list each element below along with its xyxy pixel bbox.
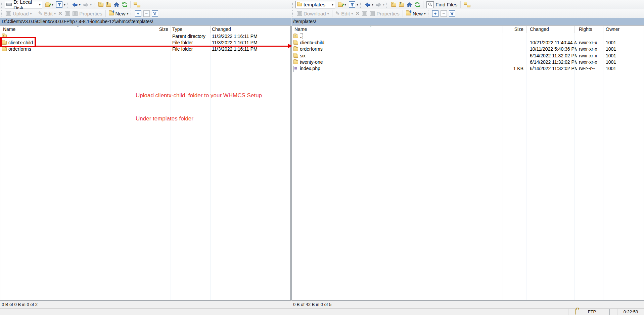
open-directory-button[interactable]: ↗ ▾ (337, 1, 348, 9)
column-header-type[interactable]: Type (172, 26, 209, 33)
column-header-changed[interactable]: Changed (530, 26, 572, 33)
column-divider[interactable] (147, 26, 147, 33)
toolbar-gripper (292, 10, 294, 16)
session-duration-cell[interactable]: 0:22:59 (617, 309, 644, 315)
focused-name: .. (300, 34, 303, 39)
file-list: ↑..clientx-child10/21/2022 11:40:44 AMrw… (292, 33, 644, 300)
search-icon (426, 1, 434, 8)
remote-path-bar[interactable]: /templates/ (291, 18, 644, 25)
edit-label: Edit (341, 11, 350, 16)
toolbar-gripper (67, 2, 70, 8)
back-arrow-icon (365, 2, 370, 7)
new-button[interactable]: ✱ New ▾ (405, 9, 427, 17)
root-directory-button[interactable]: / (398, 1, 405, 9)
column-gridline (171, 33, 171, 300)
find-files-button[interactable]: Find Files (425, 1, 459, 9)
local-path-bar[interactable]: D:\ClientxV3.0.0\ClientxV3.0.0-Php7.4-8.… (0, 18, 291, 25)
synchronize-browsing-button[interactable] (462, 1, 472, 9)
file-row[interactable]: six6/14/2022 11:32:02 PMrwxr-xr-x1001 (292, 53, 644, 59)
column-divider[interactable] (251, 26, 251, 33)
file-row[interactable]: orderformsFile folder11/3/2022 1:16:11 P… (0, 46, 290, 53)
select-files-button[interactable]: + (432, 10, 439, 17)
column-header-name[interactable]: Name (294, 26, 395, 33)
drive-selector[interactable]: D: Local Disk ▾ (5, 1, 42, 8)
home-icon (407, 2, 412, 7)
toolbar-gripper (292, 2, 294, 8)
file-row[interactable]: twenty-one6/14/2022 11:32:02 PMrwxr-xr-x… (292, 59, 644, 66)
separator (332, 10, 332, 17)
column-header-changed[interactable]: Changed (212, 26, 249, 33)
delete-x-icon: × (356, 10, 359, 17)
edit-button: ✎ Edit ▾ (37, 9, 57, 17)
column-header-size[interactable]: Size (483, 26, 523, 33)
connection-status-cell[interactable] (602, 309, 617, 315)
annotation-line-1: Upload clientx-child folder to your WHMC… (136, 92, 262, 99)
minus-icon: − (442, 11, 445, 16)
delete-button: × (57, 9, 63, 17)
toolbar-gripper (360, 2, 363, 8)
plus-icon: + (137, 11, 139, 16)
filter-button[interactable]: ▾ (55, 1, 67, 9)
home-directory-button[interactable] (405, 1, 413, 9)
chevron-down-icon: ▾ (54, 12, 56, 15)
column-divider[interactable] (624, 26, 624, 33)
column-divider[interactable] (171, 26, 171, 33)
parent-directory-button[interactable]: ↑ (390, 1, 398, 9)
toolbar-gripper (386, 2, 389, 8)
toolbar-top-right: templates ▾ ↗ ▾ ▾ ▾ ▾ ↑ / (291, 0, 644, 9)
column-divider[interactable] (603, 26, 603, 33)
file-row[interactable]: ↑Parent directory11/3/2022 1:16:11 PM (0, 33, 290, 40)
open-directory-button[interactable]: ↗ ▾ (44, 1, 55, 9)
file-owner-cell: 1001 (606, 40, 623, 46)
chevron-down-icon: ▾ (332, 3, 333, 6)
encryption-status-cell[interactable] (568, 309, 582, 315)
parent-directory-button[interactable]: ↑ (97, 1, 105, 9)
unselect-files-button: − (143, 10, 150, 17)
file-changed-cell: 11/3/2022 1:16:11 PM (212, 33, 262, 40)
chevron-down-icon: ▾ (351, 12, 353, 15)
toolbar-gripper (1, 10, 4, 16)
back-button[interactable]: ▾ (364, 1, 375, 9)
column-divider[interactable] (574, 26, 575, 33)
root-directory-button[interactable]: / (105, 1, 112, 9)
folder-icon (293, 54, 298, 58)
column-header-name[interactable]: Name (3, 26, 104, 33)
upload-icon (6, 11, 11, 16)
file-row[interactable]: ↑.. (292, 33, 644, 40)
home-directory-button[interactable] (112, 1, 121, 9)
root-folder-icon: / (106, 3, 111, 7)
file-row[interactable]: clientx-child10/21/2022 11:40:44 AMrwxr-… (292, 40, 644, 46)
file-rights-cell: rwxr-xr-x (579, 59, 602, 66)
selection-filter-button[interactable] (152, 10, 158, 17)
file-row[interactable]: orderforms10/11/2022 5:40:36 PMrwxr-xr-x… (292, 46, 644, 53)
column-header-rights[interactable]: Rights (579, 26, 601, 33)
file-row[interactable]: index.php1 KB6/14/2022 11:32:02 PMrw-r--… (292, 65, 644, 72)
remote-directory-selector[interactable]: templates ▾ (295, 1, 335, 8)
synchronize-browsing-button[interactable] (132, 1, 142, 9)
protocol-cell[interactable]: FTP (582, 309, 602, 315)
filter-button[interactable]: ▾ (348, 1, 360, 9)
chevron-down-icon: ▾ (64, 3, 65, 6)
annotation-highlight-box (0, 37, 36, 47)
file-owner-cell: 1001 (606, 65, 623, 72)
column-divider[interactable] (503, 26, 503, 33)
new-button[interactable]: ✱ New ▾ (107, 9, 130, 17)
remote-file-panel: ^ Name Size Changed Rights Owner ↑..clie… (291, 25, 644, 301)
refresh-button[interactable] (413, 1, 421, 9)
refresh-button[interactable] (121, 1, 129, 9)
chevron-down-icon: ▾ (39, 3, 41, 6)
column-divider[interactable] (526, 26, 526, 33)
rename-icon (65, 11, 70, 16)
column-gridline (503, 33, 503, 300)
root-folder-icon: / (399, 3, 404, 7)
selection-filter-button[interactable] (449, 10, 455, 17)
toolbar-commands-right: Download ▾ ✎ Edit ▾ × Properties ✱ New ▾ (291, 9, 644, 18)
select-files-button[interactable]: + (135, 10, 141, 17)
back-button[interactable]: ▾ (71, 1, 82, 9)
column-gridline (147, 33, 147, 300)
php-file-icon (293, 66, 294, 72)
column-header-size[interactable]: Size (128, 26, 168, 33)
edit-pencil-icon: ✎ (38, 10, 43, 16)
column-header-owner[interactable]: Owner (606, 26, 623, 33)
column-divider[interactable] (210, 26, 211, 33)
